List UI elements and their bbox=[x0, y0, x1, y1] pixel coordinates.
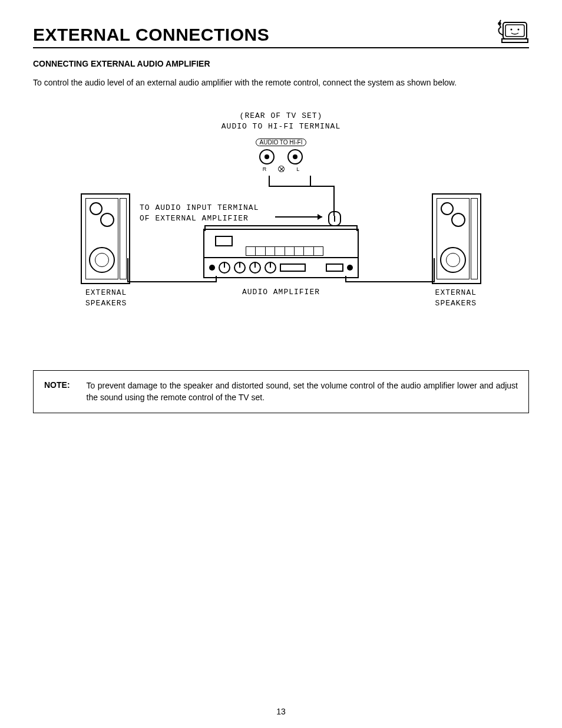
amp-input-jack-icon bbox=[328, 211, 341, 226]
page-title: EXTERNAL CONNECTIONS bbox=[33, 25, 269, 45]
caption-rear-line1: (REAR OF TV SET) bbox=[240, 111, 323, 120]
caption-speaker-left: EXTERNAL SPEAKERS bbox=[85, 288, 127, 308]
caption-to-input-line2: OF EXTERNAL AMPLIFIER bbox=[140, 214, 249, 223]
rca-jack-right-icon bbox=[259, 149, 275, 164]
section-heading: CONNECTING EXTERNAL AUDIO AMPLIFIER bbox=[33, 59, 529, 68]
caption-speaker-line1: EXTERNAL bbox=[435, 288, 477, 297]
caption-speaker-line1: EXTERNAL bbox=[85, 288, 127, 297]
caption-amplifier: AUDIO AMPLIFIER bbox=[242, 288, 320, 297]
hifi-tab-label: AUDIO TO HI-FI bbox=[256, 139, 307, 146]
polarity-icon bbox=[278, 166, 285, 172]
caption-to-input: TO AUDIO INPUT TERMINAL OF EXTERNAL AMPL… bbox=[140, 203, 287, 223]
tv-mascot-icon bbox=[495, 19, 529, 45]
title-rule bbox=[33, 47, 529, 48]
header-row: EXTERNAL CONNECTIONS bbox=[33, 14, 529, 46]
connection-diagram: (REAR OF TV SET) AUDIO TO HI-FI TERMINAL… bbox=[75, 111, 487, 335]
page-number: 13 bbox=[276, 707, 286, 716]
svg-rect-2 bbox=[502, 39, 528, 42]
caption-speaker-right: EXTERNAL SPEAKERS bbox=[435, 288, 477, 308]
speaker-left-icon bbox=[81, 193, 130, 284]
rca-jack-left-icon bbox=[287, 149, 303, 164]
caption-rear-tv: (REAR OF TV SET) AUDIO TO HI-FI TERMINAL bbox=[222, 111, 340, 131]
caption-speaker-line2: SPEAKERS bbox=[85, 299, 127, 308]
note-label: NOTE: bbox=[44, 380, 70, 403]
caption-to-input-line1: TO AUDIO INPUT TERMINAL bbox=[140, 203, 259, 212]
speaker-right-icon bbox=[432, 193, 481, 284]
svg-rect-1 bbox=[505, 25, 524, 37]
intro-paragraph: To control the audio level of an externa… bbox=[33, 78, 529, 87]
audio-amplifier-icon bbox=[203, 229, 359, 278]
note-text: To prevent damage to the speaker and dis… bbox=[87, 380, 518, 403]
caption-speaker-line2: SPEAKERS bbox=[435, 299, 477, 308]
jack-label-l: L bbox=[296, 166, 299, 172]
hifi-terminal-icon: AUDIO TO HI-FI R L bbox=[249, 138, 313, 172]
svg-point-4 bbox=[518, 29, 520, 31]
caption-rear-line2: AUDIO TO HI-FI TERMINAL bbox=[222, 122, 340, 131]
manual-page: EXTERNAL CONNECTIONS CONNECTING EXTERNAL… bbox=[0, 0, 562, 728]
svg-point-3 bbox=[511, 29, 513, 31]
jack-label-r: R bbox=[263, 166, 267, 172]
note-box: NOTE: To prevent damage to the speaker a… bbox=[33, 370, 529, 413]
